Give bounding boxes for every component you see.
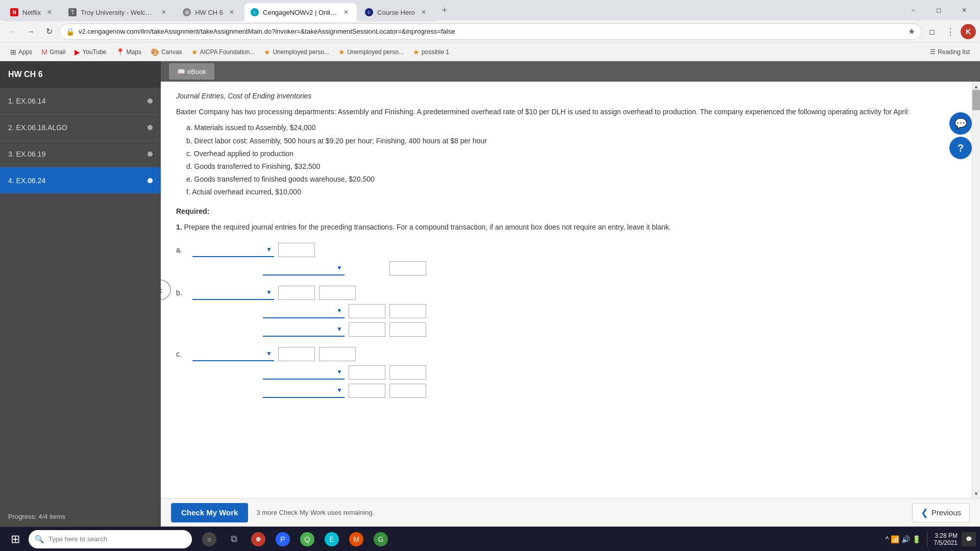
tab-hwch6[interactable]: ⚙ HW CH 6 ✕ bbox=[177, 3, 242, 21]
taskbar-app1[interactable]: ⊕ bbox=[247, 528, 270, 550]
taskbar-task-view[interactable]: ⧉ bbox=[223, 528, 245, 550]
unemployed1-icon: ★ bbox=[264, 48, 271, 56]
sidebar-item-1[interactable]: 1. EX.06.14 bbox=[0, 88, 161, 114]
credit-input-b3[interactable] bbox=[389, 322, 426, 337]
reload-button[interactable]: ↻ bbox=[41, 23, 57, 40]
taskbar: ⊞ 🔍 ○ ⧉ ⊕ P Q E M bbox=[0, 527, 980, 551]
scrollbar[interactable]: ▲ ▼ bbox=[972, 82, 980, 498]
tab-troy[interactable]: T Troy University - Welcome... ✕ bbox=[62, 3, 175, 21]
debit-input-b2[interactable] bbox=[349, 304, 385, 318]
account-select-a2[interactable]: ▼ bbox=[263, 261, 345, 276]
bookmark-maps[interactable]: 📍 Maps bbox=[112, 45, 145, 59]
bookmark-maps-label: Maps bbox=[127, 48, 141, 56]
credit-input-b2[interactable] bbox=[389, 304, 426, 318]
search-input[interactable] bbox=[48, 535, 186, 543]
app2-icon: P bbox=[276, 532, 290, 546]
hwch6-icon: ⚙ bbox=[183, 8, 191, 16]
taskbar-divider bbox=[927, 532, 927, 547]
tab-cengage[interactable]: C CengageNOWv2 | Online... ✕ bbox=[244, 3, 357, 21]
main-area: HW CH 6 1. EX.06.14 2. EX.06.18.ALGO 3. … bbox=[0, 61, 980, 527]
account-select-b2[interactable]: ▼ bbox=[263, 304, 345, 318]
credit-input-c2[interactable] bbox=[389, 365, 426, 380]
account-select-c3[interactable]: ▼ bbox=[263, 384, 345, 398]
tab-netflix-close[interactable]: ✕ bbox=[45, 8, 54, 17]
taskbar-apps: ○ ⧉ ⊕ P Q E M G bbox=[198, 528, 392, 550]
sidebar-item-4[interactable]: 4. EX.06.24 bbox=[0, 167, 161, 194]
time-display: 3:28 PM bbox=[935, 532, 958, 539]
ebook-tab-button[interactable]: 📖 eBook bbox=[169, 63, 214, 80]
scroll-thumb[interactable] bbox=[972, 90, 980, 110]
new-tab-button[interactable]: + bbox=[436, 2, 453, 18]
debit-input-c3[interactable] bbox=[349, 384, 385, 398]
account-select-b1[interactable]: ▼ bbox=[192, 286, 274, 300]
reading-list-button[interactable]: ☰ Reading list bbox=[926, 45, 974, 59]
scroll-up-arrow[interactable]: ▲ bbox=[973, 83, 980, 90]
bookmarks-bar: ⊞ Apps M Gmail ▶ YouTube 📍 Maps 🎨 Canvas… bbox=[0, 43, 980, 61]
account-select-c2[interactable]: ▼ bbox=[263, 365, 345, 380]
tab-hwch6-close[interactable]: ✕ bbox=[227, 8, 236, 17]
debit-input-b1[interactable] bbox=[278, 286, 315, 300]
bookmark-gmail[interactable]: M Gmail bbox=[37, 45, 69, 59]
minimize-button[interactable]: − bbox=[901, 3, 925, 18]
credit-input-c3[interactable] bbox=[389, 384, 426, 398]
taskbar-app6[interactable]: G bbox=[370, 528, 392, 550]
app6-icon: G bbox=[374, 532, 388, 546]
account-select-a1[interactable]: ▼ bbox=[192, 243, 274, 257]
help-button-2[interactable]: ? bbox=[949, 137, 972, 159]
forward-button[interactable]: → bbox=[22, 23, 39, 40]
previous-button[interactable]: ❮ Previous bbox=[912, 503, 970, 522]
clock[interactable]: 3:28 PM 7/5/2021 bbox=[934, 532, 958, 546]
more-options-button[interactable]: ⋮ bbox=[942, 23, 959, 40]
close-button[interactable]: ✕ bbox=[952, 3, 976, 18]
debit-input-c2[interactable] bbox=[349, 365, 385, 380]
check-work-button[interactable]: Check My Work bbox=[171, 503, 248, 522]
bookmark-apps[interactable]: ⊞ Apps bbox=[6, 45, 36, 59]
dropdown-arrow-a1: ▼ bbox=[266, 246, 272, 253]
start-button[interactable]: ⊞ bbox=[4, 528, 27, 550]
credit-input-b1[interactable] bbox=[319, 286, 356, 300]
browser-window: N Netflix ✕ T Troy University - Welcome.… bbox=[0, 0, 980, 551]
taskbar-app2[interactable]: P bbox=[272, 528, 294, 550]
chevron-up-icon[interactable]: ^ bbox=[886, 535, 889, 543]
dropdown-arrow-a2: ▼ bbox=[336, 264, 342, 271]
profile-button[interactable]: K bbox=[961, 24, 976, 39]
scroll-track[interactable] bbox=[972, 90, 980, 490]
speaker-icon[interactable]: 🔊 bbox=[901, 535, 910, 543]
bookmark-youtube[interactable]: ▶ YouTube bbox=[70, 45, 110, 59]
maximize-button[interactable]: ◻ bbox=[927, 3, 950, 18]
tab-cengage-close[interactable]: ✕ bbox=[341, 8, 351, 17]
debit-input-c1[interactable] bbox=[278, 347, 315, 361]
network-icon[interactable]: 📶 bbox=[891, 535, 899, 543]
taskbar-app3[interactable]: Q bbox=[296, 528, 318, 550]
tab-coursehero[interactable]: C Course Hero ✕ bbox=[359, 3, 434, 21]
bookmark-unemployed1[interactable]: ★ Unemployed perso... bbox=[260, 45, 333, 59]
bookmark-possible[interactable]: ★ possible 1 bbox=[409, 45, 453, 59]
content-scroll[interactable]: Journal Entries, Cost of Ending Inventor… bbox=[161, 82, 972, 498]
sidebar-item-2[interactable]: 2. EX.06.18.ALGO bbox=[0, 114, 161, 141]
search-bar[interactable]: 🔍 bbox=[29, 530, 192, 548]
notification-button[interactable]: 💬 bbox=[962, 532, 976, 546]
activity-b: b. Direct labor cost: Assembly, 500 hour… bbox=[186, 135, 957, 147]
bookmark-canvas[interactable]: 🎨 Canvas bbox=[146, 45, 186, 59]
account-select-c1[interactable]: ▼ bbox=[192, 347, 274, 361]
tab-coursehero-close[interactable]: ✕ bbox=[419, 8, 428, 17]
scroll-down-arrow[interactable]: ▼ bbox=[973, 490, 980, 497]
help-button-1[interactable]: 💬 bbox=[949, 112, 972, 135]
debit-input-a1[interactable] bbox=[278, 243, 315, 257]
bookmark-star[interactable]: ★ bbox=[908, 27, 915, 36]
credit-input-c1[interactable] bbox=[319, 347, 356, 361]
extensions-button[interactable]: ◻ bbox=[924, 23, 940, 40]
credit-input-a2[interactable] bbox=[389, 261, 426, 276]
tab-netflix[interactable]: N Netflix ✕ bbox=[4, 3, 60, 21]
bookmark-unemployed2[interactable]: ★ Unemployed perso... bbox=[334, 45, 408, 59]
taskbar-cortana[interactable]: ○ bbox=[198, 528, 220, 550]
bookmark-aicpa[interactable]: ★ AICPA Foundation... bbox=[187, 45, 259, 59]
debit-input-b3[interactable] bbox=[349, 322, 385, 337]
taskbar-app5[interactable]: M bbox=[345, 528, 368, 550]
taskbar-app4[interactable]: E bbox=[321, 528, 343, 550]
back-button[interactable]: ← bbox=[4, 23, 20, 40]
tab-troy-close[interactable]: ✕ bbox=[159, 8, 168, 17]
address-bar[interactable]: 🔒 v2.cengagenow.com/ilrn/takeAssignment/… bbox=[59, 23, 922, 40]
sidebar-item-3[interactable]: 3. EX.06.19 bbox=[0, 141, 161, 167]
account-select-b3[interactable]: ▼ bbox=[263, 322, 345, 337]
